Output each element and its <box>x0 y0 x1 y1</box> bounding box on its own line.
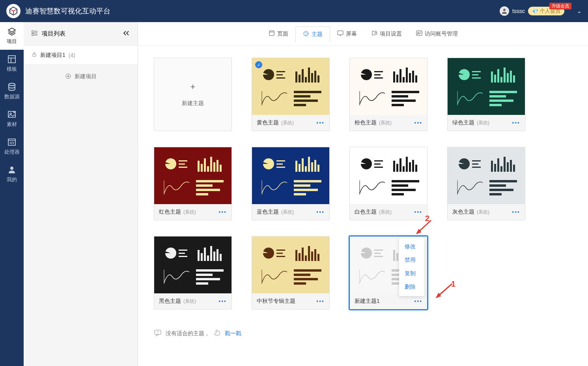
nav-item-1[interactable]: 模板 <box>0 50 24 77</box>
ctx-item-3[interactable]: 删除 <box>399 280 424 294</box>
more-icon[interactable]: ••• <box>316 298 325 304</box>
tab-label: 页面 <box>277 30 288 38</box>
project-name: 新建项目1 <box>40 52 65 59</box>
nav-item-3[interactable]: 素材 <box>0 105 24 133</box>
theme-footer: 黄色主题(系统)••• <box>252 115 329 131</box>
project-panel: 项目列表 新建项目1 (4) 新建项目 <box>24 22 138 366</box>
theme-card-4[interactable]: 蓝色主题(系统)••• <box>252 147 330 220</box>
more-icon[interactable]: ••• <box>414 298 422 304</box>
theme-sys: (系统) <box>477 120 489 126</box>
svg-point-0 <box>503 9 506 11</box>
plus-icon: + <box>190 82 196 92</box>
more-icon[interactable]: ••• <box>316 209 325 215</box>
theme-card-3[interactable]: 红色主题(系统)••• <box>154 147 232 220</box>
theme-sys: (系统) <box>379 209 392 216</box>
tab-label: 访问账号管理 <box>425 30 458 38</box>
theme-preview: ✓ <box>252 58 329 115</box>
theme-name: 绿色主题 <box>452 119 474 126</box>
svg-point-27 <box>307 34 308 34</box>
plus-circle-icon <box>65 73 71 81</box>
more-icon[interactable]: ••• <box>414 209 422 215</box>
main-area: 页面主题屏幕项目设置访问账号管理 +新建主题✓黄色主题(系统)•••粉色主题(系… <box>138 22 588 366</box>
svg-point-26 <box>306 32 307 33</box>
ctx-item-1[interactable]: 禁用 <box>399 253 424 267</box>
svg-point-31 <box>418 32 419 34</box>
new-theme-card[interactable]: +新建主题 <box>154 58 232 131</box>
diamond-icon: 💎 <box>532 8 538 14</box>
theme-card-0[interactable]: ✓黄色主题(系统)••• <box>252 58 330 131</box>
username: tsssc <box>512 8 525 14</box>
tab-0[interactable]: 页面 <box>261 26 295 42</box>
app-logo <box>6 4 21 18</box>
user-area: tsssc 💎 个人会员 升级会员 ⌄ <box>500 6 582 16</box>
theme-card-8[interactable]: 中秋节专辑主题••• <box>252 236 330 310</box>
collapse-icon[interactable] <box>123 30 130 37</box>
member-badge[interactable]: 💎 个人会员 升级会员 <box>528 7 564 15</box>
database-icon <box>7 82 17 92</box>
code-icon <box>7 137 17 147</box>
theme-preview <box>154 236 231 293</box>
theme-footer: 红色主题(系统)••• <box>154 204 231 220</box>
theme-icon <box>303 30 309 38</box>
theme-grid: +新建主题✓黄色主题(系统)•••粉色主题(系统)•••绿色主题(系统)•••红… <box>138 46 588 321</box>
new-project-button[interactable]: 新建项目 <box>24 65 138 88</box>
theme-name: 白色主题 <box>355 208 377 216</box>
svg-point-25 <box>305 32 306 33</box>
theme-preview <box>350 147 427 204</box>
account-icon <box>416 30 422 38</box>
nav-label: 处理器 <box>4 148 20 156</box>
theme-preview <box>448 58 525 115</box>
theme-preview <box>448 147 525 204</box>
more-icon[interactable]: ••• <box>512 209 520 215</box>
more-icon[interactable]: ••• <box>512 120 520 126</box>
nav-item-2[interactable]: 数据源 <box>0 77 24 105</box>
theme-sys: (系统) <box>281 120 294 126</box>
footer-link[interactable]: 戳一戳 <box>225 330 241 337</box>
tab-bar: 页面主题屏幕项目设置访问账号管理 <box>138 22 588 46</box>
more-icon[interactable]: ••• <box>218 298 227 304</box>
nav-label: 模板 <box>7 66 17 73</box>
tab-label: 主题 <box>312 31 323 38</box>
project-row[interactable]: 新建项目1 (4) <box>24 46 138 65</box>
nav-item-5[interactable]: 我的 <box>0 160 24 188</box>
more-icon[interactable]: ••• <box>414 120 422 126</box>
tab-4[interactable]: 访问账号管理 <box>409 26 465 42</box>
nav-label: 我的 <box>7 176 17 183</box>
svg-point-4 <box>9 83 15 86</box>
more-icon[interactable]: ••• <box>316 120 325 126</box>
theme-card-2[interactable]: 绿色主题(系统)••• <box>447 58 525 131</box>
svg-rect-18 <box>33 54 36 56</box>
tab-3[interactable]: 项目设置 <box>364 26 409 42</box>
nav-label: 数据源 <box>4 93 20 100</box>
theme-footer: 绿色主题(系统)••• <box>448 115 525 131</box>
top-header: 迪赛智慧数可视化互动平台 tsssc 💎 个人会员 升级会员 ⌄ <box>0 0 588 22</box>
upgrade-tag[interactable]: 升级会员 <box>549 3 571 9</box>
screen-icon <box>337 30 343 38</box>
theme-card-7[interactable]: 黑色主题(系统)••• <box>154 236 232 310</box>
image-icon <box>7 110 17 119</box>
theme-name: 中秋节专辑主题 <box>257 298 295 305</box>
nav-item-4[interactable]: 处理器 <box>0 133 24 160</box>
theme-preview <box>252 236 329 293</box>
theme-footer: 粉色主题(系统)••• <box>350 115 427 131</box>
tab-2[interactable]: 屏幕 <box>330 26 364 42</box>
lock-icon <box>32 52 37 58</box>
ctx-item-0[interactable]: 修改 <box>399 240 424 253</box>
theme-preview <box>252 147 329 204</box>
svg-rect-12 <box>32 31 34 33</box>
annotation-2: 2 <box>413 217 435 237</box>
theme-card-6[interactable]: 灰色主题(系统)••• <box>447 147 525 220</box>
new-project-label: 新建项目 <box>75 73 97 80</box>
theme-card-5[interactable]: 白色主题(系统)••• <box>349 147 427 220</box>
more-icon[interactable]: ••• <box>218 209 227 215</box>
check-icon: ✓ <box>255 61 262 68</box>
footer-text: 没有适合的主题， <box>166 330 210 337</box>
nav-item-0[interactable]: 项目 <box>0 22 24 50</box>
theme-preview <box>154 147 231 204</box>
avatar-icon[interactable] <box>500 6 509 16</box>
svg-rect-28 <box>338 31 343 35</box>
theme-card-1[interactable]: 粉色主题(系统)••• <box>349 58 427 131</box>
ctx-item-2[interactable]: 复制 <box>399 267 424 280</box>
chevron-down-icon[interactable]: ⌄ <box>577 8 582 14</box>
tab-1[interactable]: 主题 <box>295 26 330 42</box>
